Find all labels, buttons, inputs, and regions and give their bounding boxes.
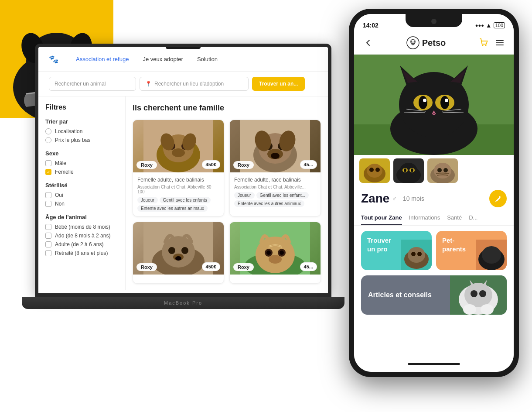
thumbnail-1[interactable] <box>359 158 390 183</box>
search-button[interactable]: Trouver un an... <box>252 77 305 91</box>
filter-option-bebe[interactable]: Bébé (moins de 8 mois) <box>45 224 118 230</box>
edit-button[interactable] <box>489 190 507 207</box>
svg-point-93 <box>417 252 422 256</box>
filter-option-femelle[interactable]: ✓ Femelle <box>45 169 118 175</box>
svg-point-33 <box>181 247 188 254</box>
filter-ado-label: Ado (de 8 mois à 2 ans) <box>55 233 110 239</box>
animal-price-badge-3: 450€ <box>202 262 220 271</box>
animal-img-3: Roxy 450€ <box>133 222 224 275</box>
checkbox-adulte[interactable] <box>45 241 51 247</box>
laptop: 🐾 Association et refuge Je veux adopter … <box>35 44 331 340</box>
checkbox-male[interactable] <box>45 160 51 166</box>
animal-name-badge-3: Roxy <box>136 263 157 271</box>
animal-price-badge-1: 450€ <box>202 160 220 169</box>
menu-button[interactable] <box>493 36 507 50</box>
animals-grid: Roxy 450€ Femelle adulte, race balinais … <box>133 120 321 284</box>
svg-point-75 <box>369 168 374 172</box>
thumbnail-row <box>354 155 514 186</box>
nav-link-solution[interactable]: Solution <box>197 56 218 62</box>
filter-option-retraite[interactable]: Retraité (8 ans et plus) <box>45 250 118 256</box>
phone: 14:02 ●●● ▲ 100 <box>349 9 519 377</box>
checkbox-femelle[interactable]: ✓ <box>45 169 51 175</box>
checkbox-bebe[interactable] <box>45 224 51 230</box>
animal-name-section: Zane ♂ 10 mois <box>361 192 424 206</box>
filter-non-label: Non <box>55 201 65 207</box>
tab-sante[interactable]: Santé <box>447 211 462 225</box>
animals-area: Ils cherchent une famille <box>126 96 328 290</box>
tab-tout[interactable]: Tout pour Zane <box>361 211 402 225</box>
animal-card-1[interactable]: Roxy 450€ Femelle adulte, race balinais … <box>133 120 224 216</box>
animal-tags-2: Joueur Gentil avec les enfant... Entente… <box>234 192 316 207</box>
tab-more[interactable]: D... <box>469 211 477 225</box>
location-icon: 📍 <box>145 81 152 87</box>
svg-point-46 <box>413 41 415 43</box>
filter-sort-title: Trier par <box>45 118 118 125</box>
svg-point-41 <box>266 251 271 255</box>
cart-button[interactable] <box>477 36 491 50</box>
filter-option-ado[interactable]: Ado (de 8 mois à 2 ans) <box>45 233 118 239</box>
thumbnail-3[interactable] <box>427 158 458 183</box>
article-card-label: Articles et conseils <box>368 291 432 299</box>
svg-point-87 <box>437 168 442 172</box>
checkbox-retraite[interactable] <box>45 250 51 256</box>
animal-info-3 <box>133 275 224 283</box>
phone-shell: 14:02 ●●● ▲ 100 <box>349 9 519 377</box>
filter-option-localisation[interactable]: Localisation <box>45 128 118 134</box>
filter-gender: Sexe Mâle ✓ Femelle <box>45 150 118 175</box>
search-location-input[interactable]: 📍 Rechercher un lieu d'adoption <box>140 77 249 91</box>
svg-point-101 <box>464 283 492 307</box>
animal-assoc-1: Association Chat et Chat, Abbeville 80 1… <box>137 185 219 194</box>
filter-option-oui[interactable]: Oui <box>45 192 118 198</box>
app-logo-icon <box>406 36 419 49</box>
cat-main-image[interactable] <box>354 55 514 155</box>
action-cards: Trouverun pro <box>354 226 514 275</box>
nav-link-adopt[interactable]: Je veux adopter <box>143 56 183 62</box>
checkbox-non[interactable] <box>45 201 51 207</box>
svg-point-76 <box>375 168 380 172</box>
svg-point-79 <box>400 163 417 179</box>
search-animal-input[interactable]: Rechercher un animal <box>49 77 136 91</box>
app-name: Petso <box>422 38 446 48</box>
action-card-pro[interactable]: Trouverun pro <box>361 231 432 270</box>
filter-prix-label: Prix le plus bas <box>55 137 90 143</box>
signal-icon: ●●● <box>475 23 484 28</box>
filter-option-adulte[interactable]: Adulte (de 2 à 6 ans) <box>45 241 118 247</box>
animal-card-3[interactable]: Roxy 450€ <box>133 222 224 284</box>
filter-bebe-label: Bébé (moins de 8 mois) <box>55 224 110 230</box>
filter-retraite-label: Retraité (8 ans et plus) <box>55 250 108 256</box>
article-card[interactable]: Articles et conseils <box>361 275 507 315</box>
action-card-pro-img <box>401 240 432 270</box>
animal-img-2: Roxy 45... <box>230 120 321 172</box>
status-time: 14:02 <box>363 18 379 29</box>
laptop-model-text: MacBook Pro <box>22 297 344 309</box>
filter-option-prix[interactable]: Prix le plus bas <box>45 137 118 143</box>
back-button[interactable] <box>361 36 375 50</box>
tag-2-2: Entente avec les autres animaux <box>234 200 304 207</box>
svg-point-103 <box>479 290 486 297</box>
svg-point-42 <box>280 251 284 255</box>
filter-sterilized-title: Stérilisé <box>45 182 118 189</box>
radio-localisation[interactable] <box>45 128 51 134</box>
phone-camera <box>431 19 437 24</box>
wifi-icon: ▲ <box>486 22 492 29</box>
filter-option-male[interactable]: Mâle <box>45 160 118 166</box>
animal-card-4[interactable]: Roxy 45... <box>229 222 321 284</box>
website-logo: 🐾 <box>49 55 58 64</box>
svg-point-43 <box>269 255 282 264</box>
thumbnail-2[interactable] <box>393 158 424 183</box>
app-header-center: Petso <box>406 36 446 49</box>
filter-option-non[interactable]: Non <box>45 201 118 207</box>
svg-point-86 <box>434 163 451 179</box>
checkbox-ado[interactable] <box>45 233 51 239</box>
tag-2-1: Gentil avec les enfant... <box>256 192 309 199</box>
checkbox-oui[interactable] <box>45 192 51 198</box>
radio-prix[interactable] <box>45 137 51 143</box>
tab-informations[interactable]: Informations <box>409 211 440 225</box>
action-card-petparents[interactable]: Pet-parents <box>436 231 507 270</box>
nav-link-association[interactable]: Association et refuge <box>76 56 129 62</box>
svg-point-107 <box>481 304 494 315</box>
animal-card-2[interactable]: Roxy 45... Femelle adulte, race balinais… <box>229 120 321 216</box>
tag-1-2: Entente avec les autres animaux <box>137 205 208 212</box>
filter-adulte-label: Adulte (de 2 à 6 ans) <box>55 241 103 247</box>
svg-point-102 <box>471 290 477 297</box>
